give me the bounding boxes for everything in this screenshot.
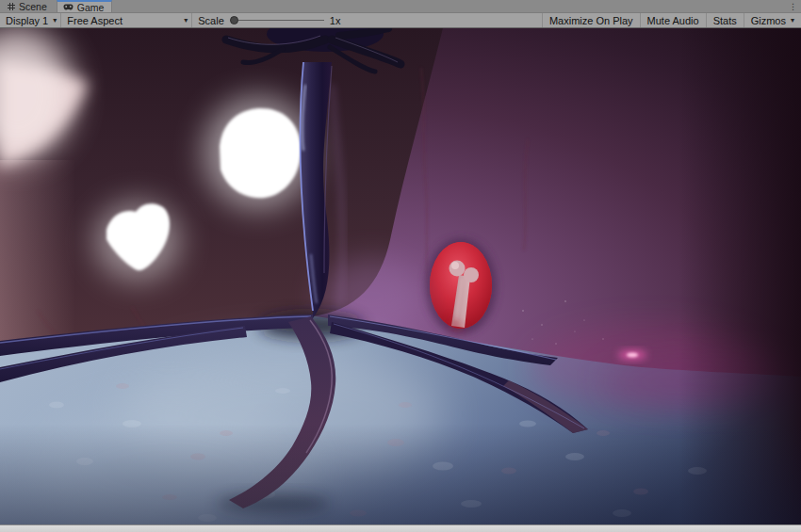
mute-audio-label: Mute Audio: [647, 15, 699, 26]
display-dropdown[interactable]: Display 1 ▾: [0, 13, 61, 27]
tab-bar: Scene Game ⋮: [0, 0, 801, 13]
tab-game-label: Game: [77, 2, 105, 13]
unity-game-view-window: Scene Game ⋮ Display 1 ▾ Free Aspect ▾ S…: [0, 0, 801, 532]
gamepad-icon: [63, 4, 74, 10]
grid-icon: [8, 3, 15, 10]
maximize-on-play-button[interactable]: Maximize On Play: [542, 13, 640, 27]
eye-socket-glow-large: [204, 96, 313, 209]
scale-slider-knob[interactable]: [230, 16, 238, 24]
scale-slider-track: [230, 20, 324, 21]
chevron-down-icon: ▾: [53, 16, 57, 24]
stats-label: Stats: [713, 15, 737, 26]
chevron-down-icon: ▾: [184, 16, 188, 24]
gizmos-label: Gizmos: [751, 15, 786, 26]
tab-scene-label: Scene: [19, 1, 47, 12]
mute-audio-button[interactable]: Mute Audio: [640, 13, 706, 27]
scale-label: Scale: [198, 15, 224, 26]
maximize-on-play-label: Maximize On Play: [549, 15, 633, 26]
tab-game[interactable]: Game: [57, 0, 113, 12]
stats-button[interactable]: Stats: [706, 13, 744, 27]
chevron-down-icon: ▾: [791, 16, 794, 24]
scale-value: 1x: [330, 15, 341, 26]
eye-socket-glow-small: [95, 202, 180, 281]
tab-overflow-menu-icon[interactable]: ⋮: [785, 0, 801, 12]
game-render-viewport[interactable]: [0, 28, 801, 524]
tab-scene[interactable]: Scene: [2, 0, 55, 12]
scale-slider[interactable]: [230, 16, 324, 25]
bottom-vignette: [0, 424, 801, 524]
aspect-ratio-dropdown[interactable]: Free Aspect ▾: [61, 13, 192, 27]
red-portal: [425, 238, 497, 334]
display-dropdown-label: Display 1: [6, 15, 48, 26]
gizmos-dropdown[interactable]: Gizmos ▾: [744, 13, 801, 27]
toolbar-right-group: Maximize On Play Mute Audio Stats Gizmos…: [542, 13, 801, 27]
aspect-ratio-label: Free Aspect: [67, 15, 123, 26]
scale-control: Scale 1x: [192, 13, 346, 27]
game-scene: [0, 28, 801, 524]
game-view-toolbar: Display 1 ▾ Free Aspect ▾ Scale 1x Maxim…: [0, 13, 801, 28]
pink-glow-spot: [618, 350, 646, 360]
window-bottom-strip: [0, 524, 801, 532]
